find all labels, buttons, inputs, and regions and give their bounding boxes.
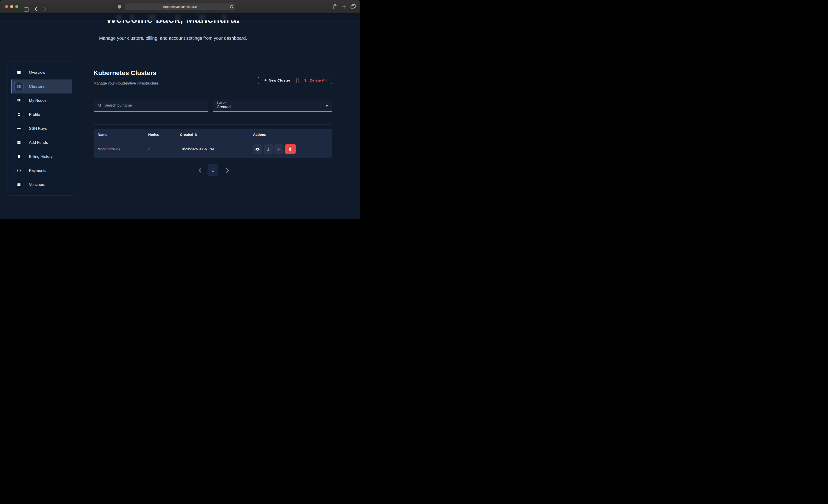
zoom-window-button[interactable] — [15, 5, 18, 8]
new-tab-icon[interactable] — [342, 5, 346, 9]
receipt-icon — [14, 152, 24, 161]
clock-icon — [14, 166, 24, 175]
previous-page-button[interactable] — [197, 167, 203, 174]
table-header: Name Nodes Created Actions — [93, 129, 332, 140]
card-icon — [14, 138, 24, 147]
url-text: https://myceliumcloud.tf — [163, 5, 197, 8]
back-button[interactable] — [35, 7, 37, 11]
trash-lines-icon — [304, 79, 308, 82]
close-window-button[interactable] — [5, 5, 8, 8]
next-page-button[interactable] — [225, 167, 231, 174]
sidebar-item-payments[interactable]: Payments — [11, 164, 72, 177]
delete-all-button[interactable]: Delete All — [298, 77, 332, 84]
profile-icon — [14, 110, 24, 119]
download-kubeconfig-button[interactable] — [263, 144, 273, 154]
delete-cluster-button[interactable] — [285, 144, 296, 154]
cell-nodes: 2 — [148, 147, 150, 151]
sidebar-item-clusters[interactable]: Clusters — [11, 80, 72, 93]
add-node-button[interactable] — [274, 144, 283, 154]
page-subtitle: Manage your clusters, billing, and accou… — [0, 36, 346, 41]
search-icon — [98, 103, 102, 108]
section-subtitle: Manage your cloud-native infrastructure — [93, 81, 158, 85]
sticky-top-band — [0, 13, 360, 20]
cell-name: Mahendra123 — [98, 147, 120, 151]
chevron-left-icon — [198, 168, 202, 173]
column-header-nodes: Nodes — [148, 132, 159, 137]
clusters-table: Name Nodes Created Actions — [93, 129, 332, 158]
chevron-down-icon — [325, 105, 328, 107]
browser-toolbar: https://myceliumcloud.tf — [0, 0, 360, 13]
sort-label: Sort by — [217, 101, 226, 104]
search-box — [94, 99, 208, 112]
plus-icon: + — [264, 78, 267, 83]
dashboard-icon — [14, 68, 24, 77]
clusters-icon — [14, 82, 24, 91]
new-cluster-button[interactable]: + New Cluster — [258, 77, 296, 84]
sidebar-item-billing-history[interactable]: Billing History — [11, 150, 72, 164]
view-cluster-button[interactable] — [253, 144, 262, 154]
sidebar-item-vouchers[interactable]: Vouchers — [11, 177, 72, 192]
section-title: Kubernetes Clusters — [93, 69, 157, 77]
nodes-icon — [14, 96, 24, 105]
dashboard-page: Welcome back, Mahendra! Manage your clus… — [0, 13, 360, 219]
tab-overview-icon[interactable] — [350, 4, 356, 9]
ticket-icon — [14, 180, 24, 189]
forward-button[interactable] — [44, 7, 47, 11]
share-icon[interactable] — [333, 4, 338, 10]
sort-updown-icon — [195, 133, 197, 136]
address-bar[interactable]: https://myceliumcloud.tf — [125, 3, 235, 10]
search-input[interactable] — [104, 103, 204, 108]
page-number-button[interactable]: 1 — [208, 164, 218, 176]
browser-window: https://myceliumcloud.tf — [0, 0, 360, 219]
sort-dropdown[interactable]: Sort by Created — [213, 99, 332, 112]
column-header-created[interactable]: Created — [180, 132, 197, 137]
pagination: 1 — [93, 164, 332, 177]
key-icon — [14, 124, 24, 133]
cell-created: 10/29/2025 03:07 PM — [180, 147, 214, 151]
sidebar-item-my-nodes[interactable]: My Nodes — [11, 93, 72, 108]
sidebar-toggle-icon[interactable] — [24, 7, 29, 12]
sidebar-item-profile[interactable]: Profile — [11, 108, 72, 122]
shield-icon[interactable] — [118, 5, 121, 9]
refresh-icon[interactable] — [230, 5, 233, 10]
sidebar-item-add-funds[interactable]: Add Funds — [11, 135, 72, 150]
sidebar-item-ssh-keys[interactable]: SSH Keys — [11, 122, 72, 135]
chevron-right-icon — [226, 168, 230, 173]
sort-value: Created — [217, 105, 231, 109]
column-header-actions: Actions — [253, 132, 266, 137]
sidebar: Overview Clusters — [8, 61, 75, 196]
sidebar-item-overview[interactable]: Overview — [11, 66, 72, 80]
column-header-name: Name — [98, 132, 107, 137]
table-row: Mahendra123 2 10/29/2025 03:07 PM — [93, 140, 332, 158]
minimize-window-button[interactable] — [10, 5, 13, 8]
